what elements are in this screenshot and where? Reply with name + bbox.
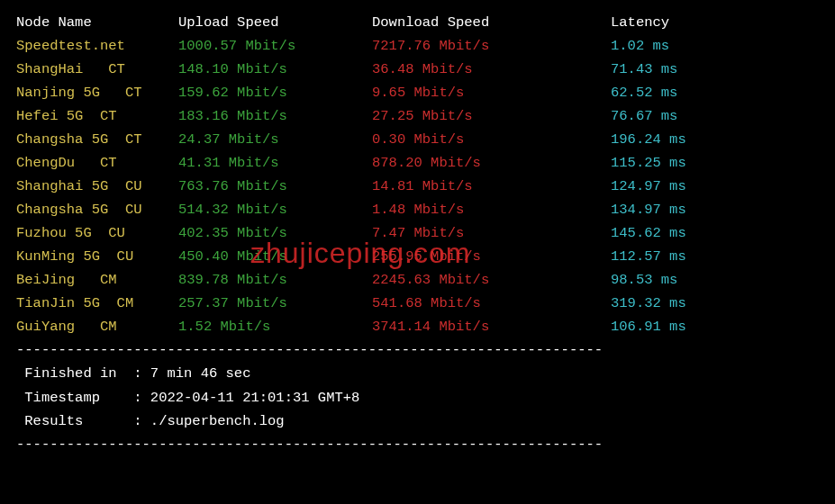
- cell-upload: 159.62 Mbit/s: [178, 81, 372, 104]
- cell-latency: 106.91 ms: [611, 315, 819, 338]
- cell-node: Fuzhou 5G CU: [16, 221, 178, 245]
- table-row: ChengDu CT41.31 Mbit/s878.20 Mbit/s115.2…: [16, 151, 819, 175]
- cell-download: 27.25 Mbit/s: [372, 104, 611, 128]
- cell-latency: 71.43 ms: [611, 58, 819, 81]
- table-row: Speedtest.net1000.57 Mbit/s7217.76 Mbit/…: [16, 34, 819, 58]
- cell-download: 878.20 Mbit/s: [372, 151, 611, 175]
- cell-node: ChengDu CT: [16, 151, 178, 175]
- table-body: Speedtest.net1000.57 Mbit/s7217.76 Mbit/…: [16, 34, 819, 338]
- footer-timestamp: Timestamp : 2022-04-11 21:01:31 GMT+8: [16, 386, 819, 410]
- cell-node: Hefei 5G CT: [16, 104, 178, 128]
- cell-upload: 514.32 Mbit/s: [178, 198, 372, 221]
- cell-latency: 134.97 ms: [611, 198, 819, 221]
- cell-latency: 76.67 ms: [611, 104, 819, 128]
- cell-upload: 1.52 Mbit/s: [178, 315, 372, 338]
- cell-upload: 763.76 Mbit/s: [178, 175, 372, 198]
- cell-download: 36.48 Mbit/s: [372, 58, 611, 81]
- cell-latency: 98.53 ms: [611, 268, 819, 292]
- table-row: KunMing 5G CU450.40 Mbit/s255.95 Mbit/s1…: [16, 245, 819, 268]
- cell-latency: 124.97 ms: [611, 175, 819, 198]
- cell-latency: 1.02 ms: [611, 34, 819, 58]
- cell-upload: 450.40 Mbit/s: [178, 245, 372, 268]
- cell-download: 2245.63 Mbit/s: [372, 268, 611, 292]
- cell-node: TianJin 5G CM: [16, 292, 178, 315]
- cell-download: 9.65 Mbit/s: [372, 81, 611, 104]
- table-row: Nanjing 5G CT159.62 Mbit/s9.65 Mbit/s62.…: [16, 81, 819, 104]
- cell-download: 3741.14 Mbit/s: [372, 315, 611, 338]
- table-row: ShangHai CT148.10 Mbit/s36.48 Mbit/s71.4…: [16, 58, 819, 81]
- divider-line-bottom: ----------------------------------------…: [16, 433, 819, 456]
- cell-upload: 148.10 Mbit/s: [178, 58, 372, 81]
- cell-node: ShangHai CT: [16, 58, 178, 81]
- cell-download: 1.48 Mbit/s: [372, 198, 611, 221]
- cell-node: Changsha 5G CU: [16, 198, 178, 221]
- cell-upload: 1000.57 Mbit/s: [178, 34, 372, 58]
- table-row: Shanghai 5G CU763.76 Mbit/s14.81 Mbit/s1…: [16, 175, 819, 198]
- cell-download: 255.95 Mbit/s: [372, 245, 611, 268]
- cell-upload: 257.37 Mbit/s: [178, 292, 372, 315]
- cell-upload: 402.35 Mbit/s: [178, 221, 372, 245]
- cell-download: 7.47 Mbit/s: [372, 221, 611, 245]
- divider-line: ----------------------------------------…: [16, 338, 819, 362]
- table-row: GuiYang CM1.52 Mbit/s3741.14 Mbit/s106.9…: [16, 315, 819, 338]
- cell-latency: 319.32 ms: [611, 292, 819, 315]
- cell-upload: 839.78 Mbit/s: [178, 268, 372, 292]
- cell-latency: 62.52 ms: [611, 81, 819, 104]
- table-row: Changsha 5G CT24.37 Mbit/s0.30 Mbit/s196…: [16, 128, 819, 151]
- header-node: Node Name: [16, 11, 178, 34]
- cell-download: 7217.76 Mbit/s: [372, 34, 611, 58]
- cell-node: GuiYang CM: [16, 315, 178, 338]
- cell-latency: 196.24 ms: [611, 128, 819, 151]
- cell-latency: 145.62 ms: [611, 221, 819, 245]
- cell-latency: 112.57 ms: [611, 245, 819, 268]
- footer-finished: Finished in : 7 min 46 sec: [16, 362, 819, 385]
- table-row: Changsha 5G CU514.32 Mbit/s1.48 Mbit/s13…: [16, 198, 819, 221]
- table-row: Hefei 5G CT183.16 Mbit/s27.25 Mbit/s76.6…: [16, 104, 819, 128]
- cell-download: 541.68 Mbit/s: [372, 292, 611, 315]
- cell-latency: 115.25 ms: [611, 151, 819, 175]
- table-row: TianJin 5G CM257.37 Mbit/s541.68 Mbit/s3…: [16, 292, 819, 315]
- header-download: Download Speed: [372, 11, 611, 34]
- cell-upload: 41.31 Mbit/s: [178, 151, 372, 175]
- table-header-row: Node Name Upload Speed Download Speed La…: [16, 11, 819, 34]
- cell-download: 14.81 Mbit/s: [372, 175, 611, 198]
- footer-results: Results : ./superbench.log: [16, 410, 819, 433]
- header-upload: Upload Speed: [178, 11, 372, 34]
- table-row: Fuzhou 5G CU402.35 Mbit/s7.47 Mbit/s145.…: [16, 221, 819, 245]
- cell-download: 0.30 Mbit/s: [372, 128, 611, 151]
- table-row: BeiJing CM839.78 Mbit/s2245.63 Mbit/s98.…: [16, 268, 819, 292]
- cell-node: BeiJing CM: [16, 268, 178, 292]
- cell-node: Nanjing 5G CT: [16, 81, 178, 104]
- cell-node: Changsha 5G CT: [16, 128, 178, 151]
- cell-upload: 183.16 Mbit/s: [178, 104, 372, 128]
- cell-node: Speedtest.net: [16, 34, 178, 58]
- cell-node: KunMing 5G CU: [16, 245, 178, 268]
- cell-upload: 24.37 Mbit/s: [178, 128, 372, 151]
- header-latency: Latency: [611, 11, 819, 34]
- cell-node: Shanghai 5G CU: [16, 175, 178, 198]
